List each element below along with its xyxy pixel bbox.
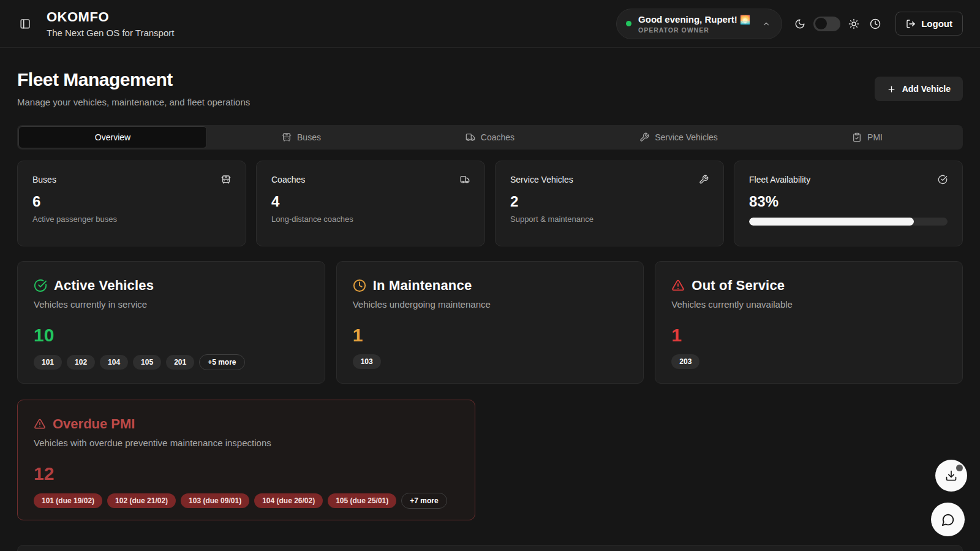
tab-coaches[interactable]: Coaches xyxy=(396,126,584,148)
app-header: OKOMFO The Next Gen OS for Transport Goo… xyxy=(0,0,980,48)
overdue-vehicle-badge: 102 (due 21/02) xyxy=(107,493,176,508)
overdue-pmi-title: Overdue PMI xyxy=(53,416,135,432)
theme-toggle-switch[interactable] xyxy=(813,17,840,31)
download-icon xyxy=(945,469,957,482)
vehicle-badge: 102 xyxy=(67,355,95,370)
moon-icon xyxy=(794,18,805,29)
stat-card-coaches: Coaches 4 Long-distance coaches xyxy=(256,161,485,246)
in-maintenance-count: 1 xyxy=(353,325,628,346)
user-role-label: OPERATOR OWNER xyxy=(638,26,750,34)
clock-icon xyxy=(353,279,366,292)
active-vehicles-count: 10 xyxy=(34,325,309,346)
wrench-icon xyxy=(699,175,709,184)
notification-dot xyxy=(956,465,963,471)
tab-service-vehicles[interactable]: Service Vehicles xyxy=(584,126,773,148)
status-card-title: Active Vehicles xyxy=(54,278,154,294)
vehicle-badge: 101 xyxy=(34,355,62,370)
page-subtitle: Manage your vehicles, maintenance, and f… xyxy=(17,96,250,109)
in-maintenance-card: In Maintenance Vehicles undergoing maint… xyxy=(336,261,644,384)
stat-card-buses: Buses 6 Active passenger buses xyxy=(17,161,246,246)
sun-icon xyxy=(848,18,859,29)
stat-description: Support & maintenance xyxy=(510,215,709,224)
page-title-block: Fleet Management Manage your vehicles, m… xyxy=(17,69,250,109)
fleet-availability-progress xyxy=(749,218,948,226)
vehicle-badge: 105 xyxy=(133,355,161,370)
triangle-alert-icon xyxy=(34,418,46,430)
user-menu[interactable]: Good evening, Rupert!🌅 OPERATOR OWNER xyxy=(616,9,782,39)
stat-card-service-vehicles: Service Vehicles 2 Support & maintenance xyxy=(495,161,724,246)
sidebar-toggle-button[interactable] xyxy=(17,16,33,32)
overdue-pmi-subtitle: Vehicles with overdue preventive mainten… xyxy=(34,438,459,448)
bus-front-icon xyxy=(221,175,231,184)
chevron-up-icon xyxy=(762,20,771,28)
online-status-dot xyxy=(626,21,631,26)
stat-description: Active passenger buses xyxy=(32,215,231,224)
circle-check-icon xyxy=(938,175,948,184)
theme-controls xyxy=(794,16,883,32)
logout-label: Logout xyxy=(921,18,952,29)
logout-icon xyxy=(906,19,916,29)
circle-check-icon xyxy=(34,279,47,292)
overdue-vehicle-badge: 104 (due 26/02) xyxy=(254,493,323,508)
plus-icon xyxy=(887,85,896,94)
add-vehicle-button[interactable]: Add Vehicle xyxy=(875,77,963,101)
add-vehicle-label: Add Vehicle xyxy=(902,84,951,94)
more-overdue-badge[interactable]: +7 more xyxy=(401,493,447,509)
greeting-text: Good evening, Rupert!🌅 xyxy=(638,14,750,25)
overdue-pmi-card: Overdue PMI Vehicles with overdue preven… xyxy=(17,400,475,520)
toggle-knob xyxy=(815,18,827,29)
stat-title: Service Vehicles xyxy=(510,175,573,184)
out-of-service-card: Out of Service Vehicles currently unavai… xyxy=(655,261,963,384)
stat-value: 83% xyxy=(749,193,948,210)
stat-title: Fleet Availability xyxy=(749,175,810,184)
bus-front-icon xyxy=(282,132,292,142)
user-greeting-block: Good evening, Rupert!🌅 OPERATOR OWNER xyxy=(638,14,750,34)
coach-truck-icon xyxy=(460,175,470,184)
out-of-service-count: 1 xyxy=(671,325,946,346)
panel-left-icon xyxy=(20,18,31,29)
vehicle-badge: 201 xyxy=(166,355,194,370)
stat-title: Coaches xyxy=(271,175,305,184)
coach-truck-icon xyxy=(466,132,475,142)
schedule-button[interactable] xyxy=(867,16,883,32)
tab-bar: Overview Buses Coaches Service Vehicles … xyxy=(17,125,963,150)
status-card-title: Out of Service xyxy=(692,278,785,294)
brand: OKOMFO The Next Gen OS for Transport xyxy=(47,9,174,38)
app-tagline: The Next Gen OS for Transport xyxy=(47,28,174,38)
wrench-icon xyxy=(639,132,649,142)
fleet-availability-progress-fill xyxy=(749,218,914,226)
stat-title: Buses xyxy=(32,175,56,184)
tab-buses[interactable]: Buses xyxy=(207,126,396,148)
status-card-grid: Active Vehicles Vehicles currently in se… xyxy=(17,261,963,384)
stat-description: Long-distance coaches xyxy=(271,215,470,224)
active-vehicles-card: Active Vehicles Vehicles currently in se… xyxy=(17,261,325,384)
sunset-emoji: 🌅 xyxy=(740,15,750,25)
more-vehicles-badge[interactable]: +5 more xyxy=(199,354,244,370)
page-title: Fleet Management xyxy=(17,69,250,91)
vehicle-badge: 103 xyxy=(353,354,381,369)
main-content: Fleet Management Manage your vehicles, m… xyxy=(0,48,980,551)
stat-value: 2 xyxy=(510,193,709,210)
stat-card-grid: Buses 6 Active passenger buses Coaches 4… xyxy=(17,161,963,246)
status-card-title: In Maintenance xyxy=(373,278,472,294)
status-card-subtitle: Vehicles currently unavailable xyxy=(671,299,946,310)
clock-icon xyxy=(870,18,881,29)
overdue-vehicle-badge: 105 (due 25/01) xyxy=(328,493,396,508)
tab-overview[interactable]: Overview xyxy=(18,126,207,148)
app-title: OKOMFO xyxy=(47,9,174,25)
overdue-vehicle-badge: 101 (due 19/02) xyxy=(34,493,102,508)
vehicle-badge: 203 xyxy=(671,354,699,369)
download-fab[interactable] xyxy=(935,460,967,492)
stat-value: 6 xyxy=(32,193,231,210)
status-card-subtitle: Vehicles currently in service xyxy=(34,299,309,310)
next-section-card xyxy=(17,545,963,551)
tab-pmi[interactable]: PMI xyxy=(773,126,962,148)
status-card-subtitle: Vehicles undergoing maintenance xyxy=(353,299,628,310)
overdue-vehicle-badge: 103 (due 09/01) xyxy=(181,493,249,508)
chat-fab[interactable] xyxy=(931,503,965,536)
triangle-alert-icon xyxy=(671,279,685,292)
clipboard-check-icon xyxy=(852,132,862,142)
stat-card-fleet-availability: Fleet Availability 83% xyxy=(734,161,963,246)
vehicle-badge: 104 xyxy=(100,355,128,370)
logout-button[interactable]: Logout xyxy=(895,12,963,36)
